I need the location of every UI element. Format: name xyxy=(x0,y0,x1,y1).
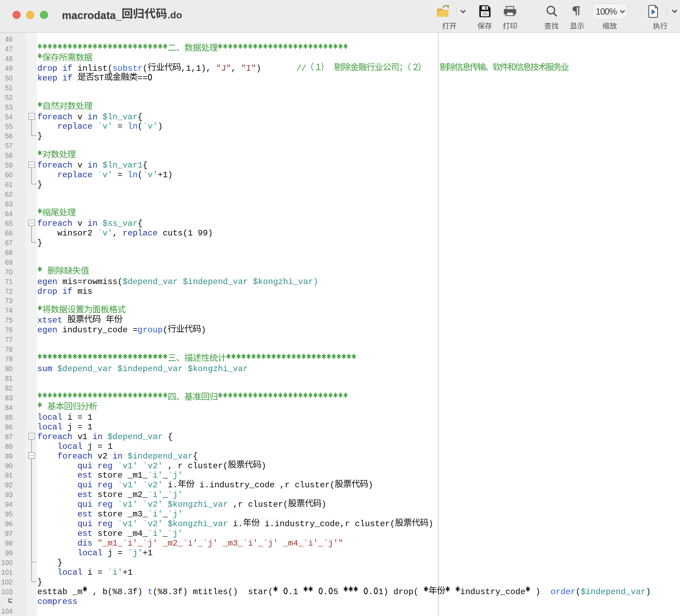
svg-text:100%: 100% xyxy=(596,7,617,16)
